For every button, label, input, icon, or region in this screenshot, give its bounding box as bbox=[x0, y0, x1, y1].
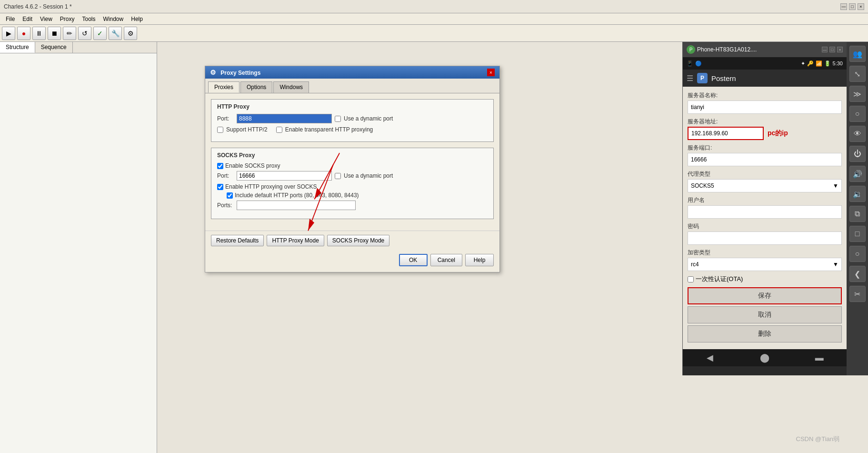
help-btn[interactable]: Help bbox=[465, 254, 494, 266]
restore-defaults-btn[interactable]: Restore Defaults bbox=[211, 235, 264, 246]
phone-password-input[interactable] bbox=[688, 232, 842, 245]
toolbar-pause[interactable]: ⏸ bbox=[32, 27, 46, 40]
http-proxy-mode-btn[interactable]: HTTP Proxy Mode bbox=[267, 235, 324, 246]
content-area: ⚙ Proxy Settings × Proxies Options Windo… bbox=[157, 42, 868, 453]
phone-username-label: 用户名 bbox=[688, 196, 842, 204]
phone-title-text: P Phone-HT83G1A012.... bbox=[687, 45, 757, 54]
cancel-btn[interactable]: Cancel bbox=[430, 254, 462, 266]
http-transparent-label: Enable transparent HTTP proxying bbox=[285, 126, 373, 133]
right-toolbar: 👥 ⤡ ≫ ○ 👁 ⏻ 🔊 🔉 ⧉ □ ○ ❮ ✂ bbox=[847, 42, 868, 375]
right-tool-square[interactable]: □ bbox=[849, 226, 866, 242]
toolbar-settings[interactable]: ⚙ bbox=[124, 27, 137, 40]
right-tool-volume-up[interactable]: 🔊 bbox=[849, 166, 866, 182]
phone-password-group: 密码 bbox=[688, 222, 842, 245]
http-dynamic-port-checkbox[interactable] bbox=[335, 116, 341, 122]
phone-encrypt-dropdown[interactable]: rc4 ▼ bbox=[688, 258, 842, 271]
phone-menu-icon[interactable]: ☰ bbox=[687, 74, 693, 83]
socks-ports-input[interactable] bbox=[237, 201, 356, 210]
menu-tools[interactable]: Tools bbox=[79, 15, 100, 23]
minimize-btn[interactable]: — bbox=[840, 3, 847, 10]
phone-back-btn[interactable]: ◀ bbox=[696, 352, 724, 363]
close-btn[interactable]: × bbox=[858, 3, 864, 10]
phone-otp-checkbox[interactable] bbox=[688, 276, 694, 282]
phone-status-bar: 📱 🔵 ✦ 🔑 📶 🔋 5:30 bbox=[683, 57, 847, 70]
phone-delete-btn[interactable]: 删除 bbox=[688, 325, 842, 342]
menu-bar: File Edit View Proxy Tools Window Help bbox=[0, 13, 868, 25]
postern-logo: P bbox=[697, 73, 708, 83]
http-transparent-checkbox[interactable] bbox=[276, 127, 282, 133]
right-tool-resize[interactable]: ⤡ bbox=[849, 66, 866, 82]
toolbar-refresh[interactable]: ↺ bbox=[78, 27, 91, 40]
phone-cancel-btn[interactable]: 取消 bbox=[688, 306, 842, 323]
right-tool-eye[interactable]: 👁 bbox=[849, 126, 866, 142]
phone-server-port-label: 服务端口: bbox=[688, 144, 842, 152]
socks-dynamic-port-checkbox[interactable] bbox=[335, 173, 341, 179]
socks-dynamic-port-label: Use a dynamic port bbox=[344, 172, 393, 179]
http-port-input[interactable] bbox=[237, 114, 332, 123]
phone-form-content: 服务器名称: 服务器地址: pc的ip 服务端口: 代理类型 bbox=[683, 87, 847, 349]
phone-minimize-btn[interactable]: — bbox=[822, 47, 828, 52]
right-tool-back[interactable]: ❮ bbox=[849, 266, 866, 282]
menu-window[interactable]: Window bbox=[100, 15, 128, 23]
right-tool-circle2[interactable]: ○ bbox=[849, 246, 866, 262]
maximize-btn[interactable]: □ bbox=[849, 3, 856, 10]
menu-file[interactable]: File bbox=[2, 15, 19, 23]
ok-btn[interactable]: OK bbox=[399, 254, 428, 266]
socks-http-over-socks-checkbox[interactable] bbox=[217, 184, 223, 190]
menu-help[interactable]: Help bbox=[127, 15, 147, 23]
phone-server-addr-input[interactable] bbox=[688, 127, 764, 140]
menu-edit[interactable]: Edit bbox=[19, 15, 36, 23]
right-tool-power[interactable]: ⏻ bbox=[849, 146, 866, 162]
right-tool-circle[interactable]: ○ bbox=[849, 106, 866, 122]
dialog-actions: OK Cancel Help bbox=[205, 250, 499, 272]
toolbar-check[interactable]: ✓ bbox=[93, 27, 107, 40]
phone-username-input[interactable] bbox=[688, 205, 842, 219]
phone-server-port-input[interactable] bbox=[688, 153, 842, 166]
toolbar: ▶ ● ⏸ ⏹ ✏ ↺ ✓ 🔧 ⚙ bbox=[0, 25, 868, 42]
toolbar-record[interactable]: ● bbox=[17, 27, 30, 40]
right-tool-scissors[interactable]: ✂ bbox=[849, 286, 866, 302]
right-tool-users[interactable]: 👥 bbox=[849, 46, 866, 62]
http-support-http2-checkbox[interactable] bbox=[217, 127, 223, 133]
phone-proxy-type-group: 代理类型 SOCKS5 ▼ bbox=[688, 170, 842, 192]
proxy-settings-dialog: ⚙ Proxy Settings × Proxies Options Windo… bbox=[205, 66, 500, 272]
menu-view[interactable]: View bbox=[36, 15, 56, 23]
main-area: Structure Sequence ⚙ Proxy Settings × Pr… bbox=[0, 42, 868, 453]
tab-proxies[interactable]: Proxies bbox=[208, 81, 239, 93]
socks-ports-row: Ports: bbox=[217, 201, 488, 210]
socks-proxy-mode-btn[interactable]: SOCKS Proxy Mode bbox=[327, 235, 389, 246]
toolbar-tools[interactable]: 🔧 bbox=[109, 27, 122, 40]
socks-port-input[interactable] bbox=[237, 171, 332, 181]
socks-port-label: Port: bbox=[217, 172, 234, 179]
phone-encrypt-label: 加密类型 bbox=[688, 249, 842, 257]
toolbar-stop[interactable]: ⏹ bbox=[48, 27, 61, 40]
title-controls: — □ × bbox=[840, 3, 864, 10]
toolbar-new[interactable]: ▶ bbox=[2, 27, 15, 40]
tab-sequence[interactable]: Sequence bbox=[35, 42, 73, 53]
socks-include-ports-checkbox[interactable] bbox=[227, 192, 233, 199]
menu-proxy[interactable]: Proxy bbox=[56, 15, 79, 23]
phone-server-addr-group: 服务器地址: pc的ip bbox=[688, 118, 842, 140]
phone-home-btn[interactable]: ⬤ bbox=[750, 352, 779, 363]
tab-windows[interactable]: Windows bbox=[273, 81, 309, 93]
http-port-label: Port: bbox=[217, 115, 234, 122]
socks-enable-label: Enable SOCKS proxy bbox=[225, 162, 280, 169]
socks-proxy-title: SOCKS Proxy bbox=[217, 152, 488, 159]
left-tabs: Structure Sequence bbox=[0, 42, 157, 53]
toolbar-edit[interactable]: ✏ bbox=[63, 27, 76, 40]
socks-enable-checkbox[interactable] bbox=[217, 163, 223, 169]
right-tool-volume-down[interactable]: 🔉 bbox=[849, 186, 866, 202]
phone-recent-btn[interactable]: ▬ bbox=[805, 353, 834, 363]
phone-close-btn[interactable]: × bbox=[837, 47, 843, 52]
phone-server-name-input[interactable] bbox=[688, 101, 842, 114]
tab-options[interactable]: Options bbox=[240, 81, 272, 93]
dialog-close-btn[interactable]: × bbox=[487, 69, 495, 76]
socks-include-ports-label: Include default HTTP ports (80, 443, 808… bbox=[235, 192, 359, 199]
phone-proxy-type-dropdown[interactable]: SOCKS5 ▼ bbox=[688, 179, 842, 192]
right-tool-copy[interactable]: ⧉ bbox=[849, 206, 866, 222]
dialog-title-text: ⚙ Proxy Settings bbox=[210, 69, 260, 76]
phone-maximize-btn[interactable]: □ bbox=[829, 47, 835, 52]
phone-save-btn[interactable]: 保存 bbox=[688, 287, 842, 304]
right-tool-double-down[interactable]: ≫ bbox=[849, 86, 866, 102]
tab-structure[interactable]: Structure bbox=[0, 42, 35, 53]
